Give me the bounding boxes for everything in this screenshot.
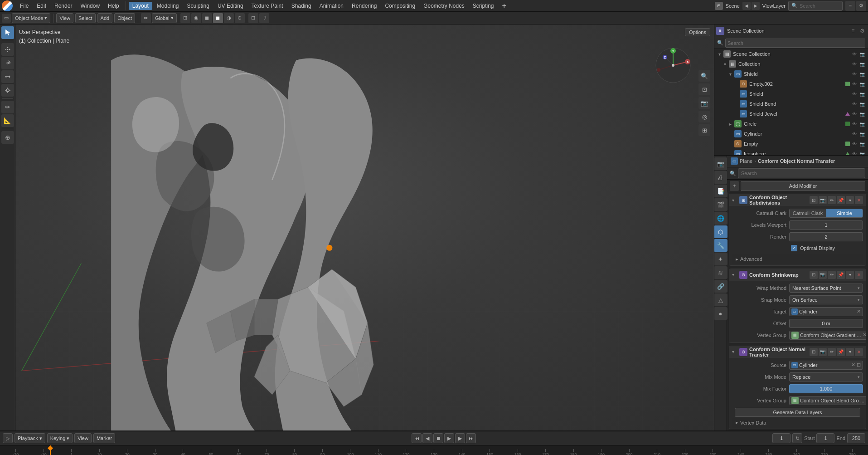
viewport-zoom-fit[interactable]: ⊡ bbox=[698, 83, 710, 95]
collapse-nt[interactable]: ▾ bbox=[732, 349, 737, 354]
end-value[interactable]: 250 bbox=[847, 433, 865, 443]
render-icon-col[interactable]: 📷 bbox=[859, 60, 866, 68]
play-btn[interactable]: ▶ bbox=[444, 433, 454, 443]
collapse-shrink[interactable]: ▾ bbox=[732, 272, 737, 277]
viewport-zoom-in[interactable]: 🔍 bbox=[698, 70, 710, 82]
annotate-tool[interactable]: ✏ bbox=[1, 101, 14, 113]
select-tool[interactable] bbox=[1, 26, 14, 39]
eye-icon-scene[interactable]: 👁 bbox=[851, 50, 858, 58]
prop-tab-output[interactable]: 🖨 bbox=[714, 171, 727, 184]
generate-data-layers-btn[interactable]: Generate Data Layers bbox=[735, 408, 860, 417]
transform-tool[interactable] bbox=[1, 84, 14, 97]
expand-shield[interactable]: ▾ bbox=[727, 71, 733, 77]
outliner-row-shield[interactable]: ▾ ▭ Shield 👁 📷 bbox=[714, 69, 868, 79]
jump-end-btn[interactable]: ⏭ bbox=[466, 433, 476, 443]
render-icon-scene[interactable]: 📷 bbox=[859, 50, 866, 58]
object-menu[interactable]: Object bbox=[114, 13, 135, 23]
simple-btn[interactable]: Simple bbox=[826, 209, 863, 217]
outliner-search-input[interactable] bbox=[725, 39, 865, 48]
optimal-display-label[interactable]: Optimal Display bbox=[800, 245, 835, 251]
step-back-btn[interactable]: ◀ bbox=[422, 433, 432, 443]
menu-layout[interactable]: Layout bbox=[129, 2, 152, 10]
view-layer-name[interactable]: ViewLayer bbox=[762, 3, 786, 9]
viewport-grid[interactable]: ⊞ bbox=[698, 124, 710, 136]
timeline-playhead[interactable] bbox=[50, 445, 51, 455]
vg-field-2[interactable]: ▤ Conform Object Blend Gro ... ✕ ↔ bbox=[789, 396, 866, 405]
timeline-toggle[interactable]: ▷ bbox=[3, 433, 13, 443]
marker-dropdown[interactable]: Marker bbox=[93, 433, 115, 443]
render-icon-shield[interactable]: 📷 bbox=[859, 70, 866, 78]
subdiv-render[interactable]: 📷 bbox=[819, 196, 827, 204]
prop-tab-physics[interactable]: ≋ bbox=[714, 266, 727, 279]
menu-edit[interactable]: Edit bbox=[33, 2, 50, 10]
menu-shading[interactable]: Shading bbox=[288, 2, 315, 10]
add-menu[interactable]: Add bbox=[97, 13, 113, 23]
search-bar-top[interactable]: 🔍 Search bbox=[788, 1, 843, 11]
subdiv-pinned[interactable]: 📌 bbox=[837, 196, 845, 204]
navigation-gizmo[interactable]: Y X Z bbox=[655, 47, 691, 83]
object-mode-dropdown[interactable]: Object Mode ▾ bbox=[12, 13, 50, 23]
eye-icon-circle[interactable]: 👁 bbox=[851, 120, 858, 127]
modifier-shrinkwrap-header[interactable]: ▾ ⊙ Conform Shrinkwrap ⊡ 📷 ✏ 📌 ▾ ✕ bbox=[729, 269, 866, 281]
viewport-3d[interactable]: User Perspective (1) Collection | Plane … bbox=[15, 24, 714, 431]
nt-render[interactable]: 📷 bbox=[819, 348, 827, 356]
loop-btn[interactable]: ↻ bbox=[792, 433, 802, 443]
render-icon-sjewel[interactable]: 📷 bbox=[859, 110, 866, 117]
cursor-tool[interactable]: ⊕ bbox=[1, 131, 14, 144]
rotate-tool[interactable] bbox=[1, 57, 14, 69]
prop-tab-view-layer[interactable]: 📑 bbox=[714, 185, 727, 197]
jump-start-btn[interactable]: ⏮ bbox=[412, 433, 422, 443]
eye-icon-sbend[interactable]: 👁 bbox=[851, 100, 858, 108]
shrink-render[interactable]: 📷 bbox=[819, 271, 827, 279]
proportional-icon[interactable]: ◉ bbox=[191, 13, 201, 23]
transform-tool-icon[interactable]: ⇔ bbox=[141, 13, 151, 23]
move-tool[interactable] bbox=[1, 43, 14, 56]
render-icon-cyl[interactable]: 📷 bbox=[859, 130, 866, 137]
source-clear[interactable]: ✕ bbox=[851, 362, 855, 368]
current-frame[interactable]: 1 bbox=[772, 433, 790, 443]
nt-realtime[interactable]: ⊡ bbox=[810, 348, 818, 356]
prop-tab-modifier[interactable]: 🔧 bbox=[714, 239, 727, 252]
wrap-method-value[interactable]: Nearest Surface Point ▾ bbox=[789, 284, 863, 293]
subdiv-edit[interactable]: ✏ bbox=[828, 196, 836, 204]
nt-close[interactable]: ✕ bbox=[855, 348, 863, 356]
settings-outliner[interactable]: ⚙ bbox=[858, 27, 866, 35]
loop-icon[interactable]: ↻ bbox=[792, 433, 802, 443]
menu-help[interactable]: Help bbox=[104, 2, 123, 10]
vg-field-1[interactable]: ▤ Conform Object Gradient ... ✕ ↔ bbox=[789, 331, 866, 340]
levels-viewport-value[interactable]: 1 bbox=[789, 220, 863, 230]
playback-dropdown[interactable]: Playback ▾ bbox=[15, 433, 45, 443]
scale-tool[interactable] bbox=[1, 70, 14, 83]
engine-selector[interactable]: E bbox=[715, 2, 723, 10]
scene-next[interactable]: ▶ bbox=[752, 2, 760, 10]
overlay-icon[interactable]: ⊡ bbox=[248, 13, 258, 23]
select-menu[interactable]: Select bbox=[75, 13, 96, 23]
prop-tab-constraints[interactable]: 🔗 bbox=[714, 280, 727, 293]
snap-mode-value[interactable]: On Surface ▾ bbox=[789, 295, 863, 304]
eye-icon-empty[interactable]: 👁 bbox=[851, 140, 858, 147]
solid-shading[interactable]: ◼ bbox=[213, 13, 223, 23]
outliner-row-cylinder[interactable]: ▭ Cylinder 👁 📷 bbox=[714, 129, 868, 139]
prop-tab-world[interactable]: 🌐 bbox=[714, 212, 727, 225]
render-icon-ico[interactable]: 📷 bbox=[859, 150, 866, 156]
target-field[interactable]: ▭ Cylinder ✕ bbox=[789, 307, 863, 316]
viewport-shading-icon[interactable]: ◼ bbox=[202, 13, 212, 23]
menu-plus[interactable]: + bbox=[499, 1, 510, 11]
vg-clear-1[interactable]: ✕ bbox=[863, 332, 867, 338]
target-clear[interactable]: ✕ bbox=[857, 308, 861, 314]
menu-geometry-nodes[interactable]: Geometry Nodes bbox=[420, 2, 468, 10]
menu-rendering[interactable]: Rendering bbox=[348, 2, 380, 10]
vg-clear-2[interactable]: ✕ bbox=[866, 397, 866, 403]
xray-icon[interactable]: ☽ bbox=[259, 13, 269, 23]
offset-value[interactable]: 0 m bbox=[789, 319, 863, 328]
outliner-row-shield-jewel[interactable]: ▭ Shield Jewel 👁 📷 bbox=[714, 109, 868, 119]
prop-tab-scene[interactable]: 🎬 bbox=[714, 198, 727, 211]
menu-texture-paint[interactable]: Texture Paint bbox=[248, 2, 287, 10]
keying-dropdown[interactable]: Keying ▾ bbox=[47, 433, 73, 443]
nt-down[interactable]: ▾ bbox=[846, 348, 854, 356]
viewport-options-button[interactable]: Options bbox=[685, 28, 710, 36]
eye-icon-col[interactable]: 👁 bbox=[851, 60, 858, 68]
outliner-row-icosphere[interactable]: ▭ Icosphere 👁 📷 bbox=[714, 149, 868, 156]
outliner-row-shield-obj[interactable]: ▭ Shield 👁 📷 bbox=[714, 89, 868, 99]
subdiv-realtime[interactable]: ⊡ bbox=[810, 196, 818, 204]
